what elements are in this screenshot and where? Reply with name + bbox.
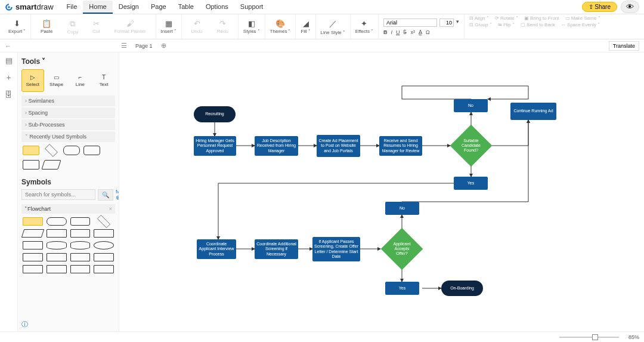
bring-front-button[interactable]: ▣ Bring to Front	[524, 16, 559, 21]
node-no-2[interactable]: No	[385, 202, 419, 215]
help-icon[interactable]: ⓘ	[21, 320, 28, 329]
sym-circle[interactable]	[94, 241, 114, 249]
node-continue-ad[interactable]: Continue Running Ad	[510, 103, 556, 120]
node-suitable-candidate[interactable]: Suitable Candidate Found?	[450, 125, 493, 167]
add-page-button[interactable]: ⊕	[161, 42, 166, 50]
flowchart-section-header[interactable]: ˅ Flowchart×	[21, 204, 115, 214]
node-onboarding[interactable]: On-Boarding	[441, 281, 483, 296]
menu-table[interactable]: Table	[172, 1, 200, 14]
paste-button[interactable]: 📋Paste	[36, 19, 57, 34]
line-style-button[interactable]: ／Line Style	[316, 14, 351, 39]
space-evenly-button[interactable]: ↔ Space Evenly ˅	[561, 22, 600, 27]
node-job-description[interactable]: Job Description Received from Hiring Man…	[255, 136, 298, 156]
italic-button[interactable]: I	[391, 29, 392, 35]
translate-button[interactable]: Translate	[609, 41, 639, 51]
rotate-button[interactable]: ⟳ Rotate ˅	[495, 16, 518, 21]
effects-button[interactable]: ✦Effects	[351, 14, 379, 39]
sym-rect5[interactable]	[70, 253, 91, 261]
node-coord-screening[interactable]: Coordinate Additional Screening if Neces…	[255, 239, 298, 259]
sym-rect[interactable]	[23, 217, 43, 226]
group-button[interactable]: ⊡ Group ˅	[469, 22, 492, 27]
sym-diamond[interactable]	[97, 215, 110, 228]
rail-layers-icon[interactable]: ▤	[5, 56, 13, 65]
close-section-icon[interactable]: ×	[109, 206, 112, 212]
sym-roundrect[interactable]	[70, 217, 91, 226]
recent-symbol-diamond[interactable]	[45, 144, 58, 157]
clear-format-button[interactable]: Ω	[426, 29, 430, 35]
sym-rect2[interactable]	[23, 241, 43, 249]
font-size-dropdown[interactable]: ▾	[456, 19, 459, 27]
node-hiring-manager[interactable]: Hiring Manager Gets Personnel Request Ap…	[194, 136, 236, 156]
align-button[interactable]: ⊟ Align ˅	[469, 16, 489, 21]
recent-symbol-parallelogram[interactable]	[41, 160, 61, 170]
rail-db-icon[interactable]: 🗄	[5, 90, 13, 99]
tool-shape[interactable]: ▭Shape	[45, 69, 68, 92]
node-accepts-offer[interactable]: Applicant Accepts Offer?	[381, 228, 423, 270]
font-family-select[interactable]	[383, 19, 437, 27]
preview-button[interactable]: 👁	[621, 1, 639, 13]
fill-button[interactable]: ◢Fill	[296, 14, 315, 39]
accordion-swimlanes[interactable]: Swimlanes	[21, 95, 115, 106]
menu-page[interactable]: Page	[145, 1, 172, 14]
zoom-slider[interactable]	[559, 337, 619, 338]
superscript-button[interactable]: x²	[410, 29, 415, 35]
export-button[interactable]: ⬇Export	[4, 14, 31, 39]
sym-rect8[interactable]	[94, 265, 114, 273]
back-button[interactable]: ←	[5, 42, 11, 50]
page-tab[interactable]: Page 1	[135, 43, 153, 49]
make-same-button[interactable]: ▭ Make Same ˅	[565, 16, 600, 21]
tool-text[interactable]: TText	[92, 69, 115, 92]
recent-symbol-rect2[interactable]	[23, 160, 39, 170]
canvas[interactable]: Recruiting Hiring Manager Gets Personnel…	[119, 53, 644, 331]
send-back-button[interactable]: ▢ Send to Back	[521, 22, 555, 27]
sym-rect7[interactable]	[23, 265, 43, 273]
sym-tab[interactable]	[94, 229, 114, 238]
sym-pill[interactable]	[47, 217, 67, 226]
recent-symbol-pill[interactable]	[63, 146, 80, 155]
sym-doc[interactable]	[47, 229, 67, 238]
sym-rect3[interactable]	[23, 253, 43, 261]
tool-line[interactable]: ⌐Line	[69, 69, 92, 92]
themes-button[interactable]: 🎨Themes	[265, 14, 296, 39]
menu-file[interactable]: File	[61, 1, 83, 14]
list-toggle-icon[interactable]: ☰	[121, 42, 127, 50]
node-create-ad[interactable]: Create Ad Placement to Post on Website a…	[317, 135, 360, 157]
symbol-search-input[interactable]	[21, 189, 95, 200]
menu-options[interactable]: Options	[200, 1, 234, 14]
node-recruiting[interactable]: Recruiting	[194, 106, 236, 122]
accordion-spacing[interactable]: Spacing	[21, 107, 115, 118]
font-size-input[interactable]	[439, 19, 454, 27]
node-receive-resumes[interactable]: Receive and Send Resumes to Hiring Manag…	[379, 136, 422, 156]
sym-disk[interactable]	[70, 241, 91, 249]
sym-card[interactable]	[70, 229, 91, 238]
recent-symbol-round-rect[interactable]	[83, 146, 100, 155]
search-icon[interactable]: 🔍	[98, 189, 113, 201]
node-yes-1[interactable]: Yes	[454, 177, 488, 190]
node-coord-interview[interactable]: Coordinate Applicant Interview Process	[197, 239, 236, 259]
sym-rect6[interactable]	[94, 253, 114, 261]
tool-select[interactable]: ▷Select	[21, 69, 44, 92]
sym-trap[interactable]	[70, 265, 91, 273]
rail-add-icon[interactable]: ＋	[5, 72, 13, 83]
font-color-button[interactable]: A̲	[419, 29, 422, 35]
menu-design[interactable]: Design	[113, 1, 145, 14]
styles-button[interactable]: ◧Styles	[239, 14, 265, 39]
menu-home[interactable]: Home	[83, 1, 112, 14]
bold-button[interactable]: B	[383, 29, 388, 35]
zoom-percent[interactable]: 85%	[628, 334, 639, 340]
sym-cylinder[interactable]	[47, 241, 67, 249]
underline-button[interactable]: U	[396, 29, 400, 35]
node-offer-letter[interactable]: If Applicant Passes Screening, Create Of…	[312, 237, 360, 261]
share-button[interactable]: ⇪ Share	[582, 2, 617, 12]
sym-para1[interactable]	[21, 229, 44, 238]
node-yes-2[interactable]: Yes	[385, 282, 419, 295]
menu-support[interactable]: Support	[234, 1, 270, 14]
sym-rect4[interactable]	[47, 253, 67, 261]
recent-symbol-rect[interactable]	[23, 146, 39, 155]
node-no-1[interactable]: No	[454, 99, 488, 112]
flip-button[interactable]: ⇋ Flip ˅	[498, 22, 515, 27]
accordion-recent[interactable]: Recently Used Symbols	[21, 131, 115, 142]
strike-button[interactable]: S̶	[403, 29, 407, 35]
sym-hex[interactable]	[47, 265, 67, 273]
insert-button[interactable]: ▦Insert	[156, 14, 182, 39]
